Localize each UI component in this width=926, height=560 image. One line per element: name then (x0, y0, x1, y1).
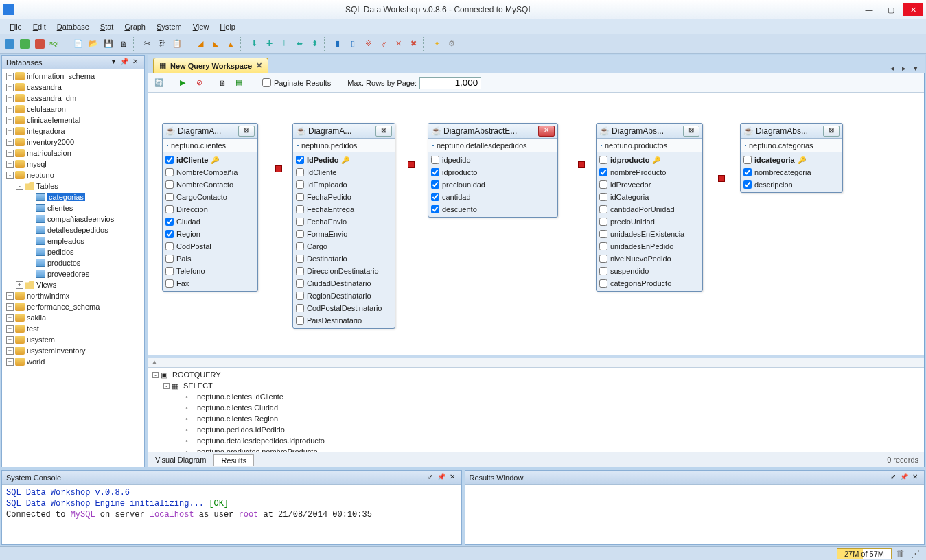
console-ext-icon[interactable]: ⤢ (426, 473, 435, 482)
entity-window[interactable]: ☕DiagramAbs...⊠neptuno.categoriasidcateg… (740, 123, 843, 193)
close-button[interactable]: ✕ (903, 3, 923, 16)
column-checkbox[interactable] (296, 218, 304, 226)
relation-joint[interactable] (275, 165, 282, 172)
entity-close-icon[interactable]: ⊠ (375, 126, 392, 137)
console-pin-icon[interactable]: 📌 (437, 473, 446, 482)
column-row[interactable]: FormaEnvio (296, 228, 392, 240)
column-row[interactable]: nombrecategoria (743, 166, 840, 178)
column-row[interactable]: idCliente 🔑 (165, 154, 255, 166)
maximize-button[interactable]: ▢ (881, 3, 901, 16)
query-tree-item[interactable]: -▣ROOTQUERY (152, 369, 920, 380)
column-row[interactable]: nombreProducto (599, 166, 699, 178)
column-checkbox[interactable] (599, 205, 607, 213)
entity-close-icon[interactable]: ⊠ (683, 126, 699, 137)
graph2-icon[interactable]: ▯ (346, 37, 360, 51)
paste-icon[interactable]: 📋 (170, 37, 184, 51)
tree-item[interactable]: +integradora (2, 126, 144, 137)
export1-icon[interactable]: 🗎 (216, 76, 229, 90)
column-checkbox[interactable] (599, 267, 607, 275)
column-row[interactable]: idpedido (431, 154, 555, 166)
tab-new-query[interactable]: ▦ New Query Workspace ✕ (153, 58, 268, 73)
results-pin-icon[interactable]: 📌 (899, 473, 909, 482)
refresh-icon[interactable]: 🔄 (152, 76, 166, 90)
column-checkbox[interactable] (296, 168, 304, 176)
column-checkbox[interactable] (296, 156, 304, 164)
column-checkbox[interactable] (599, 156, 607, 164)
graph5-icon[interactable]: ✕ (391, 37, 405, 51)
cut-icon[interactable]: ✂ (140, 37, 154, 51)
relation-joint[interactable] (408, 161, 415, 168)
tab-close-icon[interactable]: ✕ (256, 61, 262, 70)
column-checkbox[interactable] (165, 218, 174, 226)
query-tree-item[interactable]: -▦SELECT (152, 380, 920, 391)
column-checkbox[interactable] (165, 267, 174, 275)
column-row[interactable]: idProveedor (599, 178, 699, 191)
column-row[interactable]: Ciudad (165, 215, 255, 228)
column-checkbox[interactable] (165, 230, 174, 238)
column-checkbox[interactable] (296, 255, 304, 263)
column-row[interactable]: IdEmpleado (296, 178, 392, 191)
stat5-icon[interactable]: ⬍ (308, 37, 321, 51)
copy-icon[interactable]: ⿻ (155, 37, 169, 51)
chart2-icon[interactable]: ◣ (209, 37, 222, 51)
entity-window[interactable]: ☕DiagramAbs...⊠neptuno.productosidproduc… (596, 123, 703, 292)
gc-trash-icon[interactable]: 🗑 (896, 548, 907, 559)
column-row[interactable]: cantidad (431, 191, 555, 203)
tree-item[interactable]: +usystem (2, 334, 144, 345)
tree-item[interactable]: +northwindmx (2, 290, 144, 301)
column-checkbox[interactable] (296, 180, 304, 189)
chart1-icon[interactable]: ◢ (194, 37, 207, 51)
entity-close-icon[interactable]: ⊠ (823, 126, 840, 137)
tree-item[interactable]: +matriculacion (2, 148, 144, 159)
menu-edit[interactable]: Edit (29, 21, 50, 32)
column-row[interactable]: IdPedido 🔑 (296, 154, 392, 166)
column-checkbox[interactable] (743, 180, 752, 189)
tab-visual-diagram[interactable]: Visual Diagram (148, 454, 213, 465)
column-row[interactable]: Pais (165, 253, 255, 265)
column-checkbox[interactable] (296, 205, 304, 213)
column-checkbox[interactable] (743, 168, 752, 176)
tree-item[interactable]: +test (2, 323, 144, 334)
tree-item[interactable]: +inventory2000 (2, 137, 144, 148)
minimize-button[interactable]: — (859, 3, 879, 16)
tree-item[interactable]: -neptuno (2, 170, 144, 180)
column-row[interactable]: Fax (165, 277, 255, 290)
entity-close-icon[interactable]: ✕ (538, 126, 555, 137)
column-row[interactable]: FechaPedido (296, 191, 392, 203)
column-checkbox[interactable] (599, 255, 607, 263)
column-checkbox[interactable] (599, 218, 607, 226)
chart3-icon[interactable]: ▲ (224, 37, 238, 51)
column-row[interactable]: Direccion (165, 203, 255, 215)
column-checkbox[interactable] (431, 168, 439, 176)
column-row[interactable]: DireccionDestinatario (296, 265, 392, 277)
tree-item[interactable]: +clinicaelemental (2, 115, 144, 126)
column-row[interactable]: idproducto 🔑 (599, 154, 699, 166)
tab-results[interactable]: Results (213, 454, 254, 466)
export-excel-icon[interactable]: ▤ (232, 76, 246, 90)
results-close-icon[interactable]: ✕ (910, 473, 920, 482)
tree-item[interactable]: pedidos (2, 246, 144, 257)
column-row[interactable]: cantidadPorUnidad (599, 203, 699, 215)
column-checkbox[interactable] (165, 255, 174, 263)
relation-joint[interactable] (578, 161, 585, 168)
column-checkbox[interactable] (165, 156, 174, 164)
tree-item[interactable]: +mysql (2, 159, 144, 170)
tree-item[interactable]: +performance_schema (2, 301, 144, 312)
query-tree-item[interactable]: ◦neptuno.clientes.Region (152, 413, 920, 424)
column-row[interactable]: FechaEntrega (296, 203, 392, 215)
column-row[interactable]: CodPostalDestinatario (296, 302, 392, 314)
column-checkbox[interactable] (165, 193, 174, 201)
tree-item[interactable]: +sakila (2, 312, 144, 323)
query-tree-item[interactable]: ◦neptuno.productos.nombreProducto (152, 446, 920, 452)
column-checkbox[interactable] (431, 156, 439, 164)
splitter-handle[interactable]: ▲ (148, 358, 924, 368)
column-checkbox[interactable] (165, 242, 174, 250)
entity-window[interactable]: ☕DiagramAbstractE...✕neptuno.detallesdep… (428, 123, 558, 218)
tree-item[interactable]: proveedores (2, 268, 144, 279)
column-row[interactable]: PaisDestinatario (296, 314, 392, 327)
column-checkbox[interactable] (296, 193, 304, 201)
entity-close-icon[interactable]: ⊠ (238, 126, 255, 137)
column-row[interactable]: RegionDestinatario (296, 290, 392, 302)
column-checkbox[interactable] (296, 267, 304, 275)
tree-item[interactable]: +cassandra (2, 82, 144, 93)
